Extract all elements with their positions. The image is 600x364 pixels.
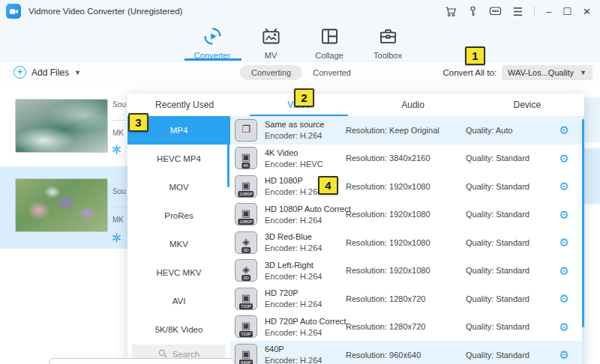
sidebar-format-item[interactable]: 5K/8K Video: [128, 315, 230, 344]
cart-icon[interactable]: [445, 6, 457, 17]
sidebar-format-item[interactable]: MOV: [128, 173, 230, 201]
content-area: Sou MK Sou MK: [0, 86, 600, 364]
file-format-fragment: MK: [112, 216, 128, 224]
minimize-button[interactable]: –: [546, 7, 551, 16]
settings-gear-icon[interactable]: ⚙: [560, 321, 569, 333]
format-encoder: Encoder: H.264: [265, 131, 346, 140]
format-type-icon: ◈ 3D: [235, 259, 257, 282]
format-glyph: ▣: [242, 349, 250, 359]
format-resolution: Resolution: 1920x1080: [346, 238, 466, 247]
settings-gear-icon[interactable]: ⚙: [560, 153, 569, 164]
main-nav: Converter MV Collage: [0, 22, 600, 61]
sidebar-format-item[interactable]: AVI: [128, 287, 230, 315]
format-type-icon: ▣ 640P: [235, 344, 257, 364]
container-list: MP4HEVC MP4MOVProResMKVHEVC MKVAVI5K/8K …: [128, 116, 230, 344]
tab-audio[interactable]: Audio: [356, 94, 470, 116]
format-row[interactable]: ▣ 1080P HD 1080P Encoder: H.264 Resoluti…: [230, 172, 584, 201]
add-files-label: Add Files: [32, 67, 69, 78]
tab-converted[interactable]: Converted: [313, 68, 351, 77]
format-row[interactable]: ▣ 4K 4K Video Encoder: HEVC Resolution: …: [230, 145, 584, 173]
format-resolution: Resolution: 3840x2160: [346, 154, 466, 163]
format-quality: Quality: Standard: [466, 182, 554, 191]
format-quality: Quality: Standard: [466, 322, 554, 331]
nav-tab-mv[interactable]: MV: [242, 22, 300, 61]
settings-gear-icon[interactable]: ⚙: [560, 349, 569, 360]
format-resolution: Resolution: 960x640: [346, 351, 466, 360]
collage-icon: [320, 26, 340, 49]
format-glyph: ▣: [242, 208, 250, 218]
sidebar-format-item[interactable]: HEVC MKV: [128, 258, 230, 287]
format-row[interactable]: ▣ 640P 640P Encoder: H.264 Resolution: 9…: [230, 341, 584, 364]
settings-gear-icon[interactable]: ⚙: [560, 209, 569, 220]
format-resolution: Resolution: 1280x720: [346, 294, 466, 303]
tab-device[interactable]: Device: [470, 94, 584, 116]
format-quality: Quality: Standard: [466, 210, 554, 219]
format-encoder: Encoder: H.264: [265, 243, 346, 252]
format-name: HD 1080P Auto Correct: [265, 204, 346, 213]
container-format-sidebar: MP4HEVC MP4MOVProResMKVHEVC MKVAVI5K/8K …: [128, 116, 230, 364]
convert-all-dropdown[interactable]: WAV-Los...Quality ▼: [502, 65, 592, 80]
callout-step-4: 4: [318, 176, 338, 195]
callout-step-1: 1: [465, 46, 485, 65]
tab-converting[interactable]: Converting: [240, 65, 302, 80]
format-name: Same as source: [265, 120, 346, 129]
format-row[interactable]: ◈ 3D 3D Red-Blue Encoder: H.264 Resoluti…: [230, 228, 584, 257]
settings-gear-icon[interactable]: ⚙: [560, 265, 569, 276]
close-button[interactable]: ✕: [583, 7, 591, 16]
video-thumbnail: [15, 99, 108, 153]
nav-label-mv: MV: [265, 51, 278, 60]
convert-all-value: WAV-Los...Quality: [508, 68, 574, 77]
sidebar-format-item[interactable]: HEVC MP4: [128, 145, 230, 173]
format-encoder: Encoder: HEVC: [265, 160, 346, 169]
format-glyph: ▣: [242, 181, 250, 190]
file-title-fragment: Sou: [112, 100, 128, 109]
nav-tab-converter[interactable]: Converter: [183, 22, 242, 61]
add-files-button[interactable]: + Add Files ▼: [14, 66, 81, 79]
mv-icon: [261, 26, 281, 49]
sidebar-scrollbar-thumb[interactable]: [227, 116, 230, 187]
callout-step-3: 3: [128, 113, 148, 132]
source-file-item[interactable]: Sou MK: [0, 90, 128, 166]
sidebar-format-item[interactable]: ProRes: [128, 201, 230, 230]
maximize-button[interactable]: ☐: [562, 7, 572, 16]
format-encoder: Encoder: H.264: [265, 300, 346, 309]
settings-gear-icon[interactable]: ⚙: [560, 124, 569, 136]
register-key-icon[interactable]: [468, 6, 478, 17]
format-quality: Quality: Standard: [466, 294, 554, 303]
bottom-tooltip-cutoff: [49, 358, 235, 364]
format-resolution: Resolution: 1920x1080: [346, 182, 466, 191]
sidebar-format-item[interactable]: MKV: [128, 230, 230, 258]
format-text: 3D Left-Right Encoder: H.264: [265, 261, 346, 281]
format-quality: Quality: Standard: [466, 266, 554, 275]
add-files-caret-icon: ▼: [74, 69, 81, 76]
file-row-edge: [584, 97, 600, 142]
settings-gear-icon[interactable]: ⚙: [560, 293, 569, 304]
format-row[interactable]: ◈ 3D 3D Left-Right Encoder: H.264 Resolu…: [230, 257, 584, 285]
settings-gear-icon[interactable]: ⚙: [560, 181, 569, 192]
feedback-icon[interactable]: [489, 6, 502, 17]
format-row[interactable]: ▣ 720P HD 720P Encoder: H.264 Resolution…: [230, 285, 584, 313]
format-glyph: ❐: [242, 124, 250, 134]
convert-all-label: Convert All to:: [442, 68, 496, 77]
format-quality: Quality: Standard: [466, 154, 554, 163]
menu-icon[interactable]: ☰: [513, 6, 523, 17]
format-row[interactable]: ▣ 1080P HD 1080P Auto Correct Encoder: H…: [230, 201, 584, 229]
format-glyph: ▣: [242, 152, 250, 162]
format-row[interactable]: ▣ 720P HD 720P Auto Correct Encoder: H.2…: [230, 313, 584, 342]
callout-step-2: 2: [294, 88, 314, 107]
format-text: Same as source Encoder: H.264: [265, 120, 346, 140]
format-type-icon: ❐: [235, 119, 257, 142]
nav-tab-toolbox[interactable]: Toolbox: [358, 22, 417, 61]
format-list-scrollbar-thumb[interactable]: [582, 119, 584, 327]
nav-tab-collage[interactable]: Collage: [300, 22, 358, 61]
format-text: HD 720P Auto Correct Encoder: H.264: [265, 317, 346, 337]
edit-star-icon[interactable]: [112, 144, 122, 157]
source-file-item[interactable]: Sou MK: [0, 166, 128, 249]
settings-gear-icon[interactable]: ⚙: [560, 237, 569, 248]
format-text: HD 1080P Auto Correct Encoder: H.264: [265, 204, 346, 225]
format-row[interactable]: ❐ Same as source Encoder: H.264 Resoluti…: [230, 116, 584, 145]
format-glyph: ▣: [242, 321, 250, 330]
edit-star-icon[interactable]: [112, 232, 122, 246]
output-format-panel: Recently Used Video Audio Device MP4HEVC…: [128, 94, 584, 364]
format-text: HD 720P Encoder: H.264: [265, 288, 346, 309]
